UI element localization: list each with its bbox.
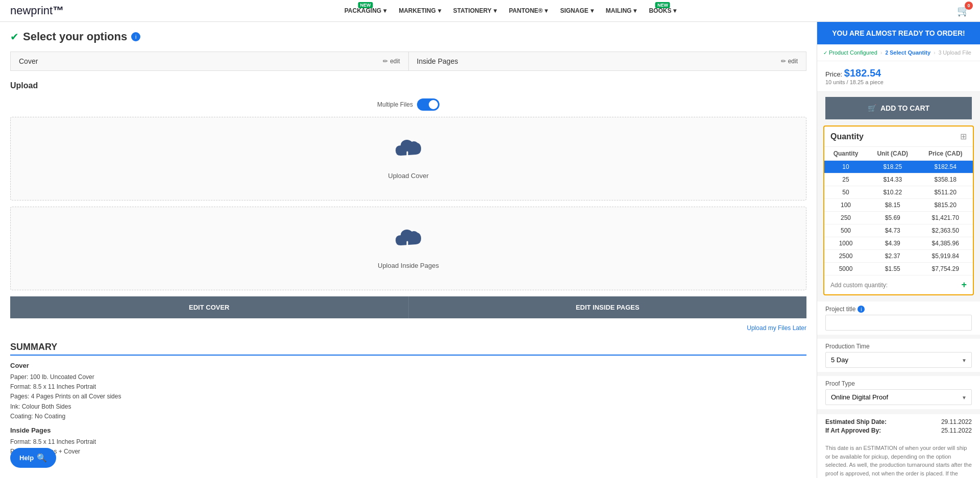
page-title: Select your options xyxy=(23,30,127,43)
quantity-row[interactable]: 25$14.33$358.18 xyxy=(824,173,973,186)
price-section: Price: $182.54 10 units / 18.25 a piece xyxy=(817,61,980,92)
quantity-row[interactable]: 2500$2.37$5,919.84 xyxy=(824,250,973,263)
help-search-icon: 🔍 xyxy=(37,453,47,463)
proof-type-label: Proof Type xyxy=(825,380,972,387)
logo-print: print xyxy=(31,4,53,17)
multiple-files-label: Multiple Files xyxy=(377,101,413,108)
summary-cover-format: Format: 8.5 x 11 Inches Portrait xyxy=(10,382,806,392)
summary-cover-title: Cover xyxy=(10,362,806,369)
summary-inside-format: Format: 8.5 x 11 Inches Portrait xyxy=(10,437,806,447)
quantity-row[interactable]: 1000$4.39$4,385.96 xyxy=(824,237,973,250)
tab-inside-label: Inside Pages xyxy=(417,57,458,65)
summary-cover-ink: Ink: Colour Both Sides xyxy=(10,402,806,412)
help-button[interactable]: Help 🔍 xyxy=(10,448,56,468)
summary-inside-pages: Pages: 40 Pages + Cover xyxy=(10,447,806,457)
nav-marketing[interactable]: MARKETING ▾ xyxy=(399,7,441,14)
progress-steps: ✓ Product Configured › 2 Select Quantity… xyxy=(817,44,980,61)
qty-col-header: Quantity xyxy=(824,147,867,161)
production-time-select-wrapper: 5 Day xyxy=(825,352,972,368)
price-value: $182.54 xyxy=(844,67,881,79)
summary-inside-title: Inside Pages xyxy=(10,426,806,434)
cart-button[interactable]: 🛒 0 xyxy=(957,5,970,17)
help-label: Help xyxy=(19,454,34,462)
quantity-title: Quantity xyxy=(830,132,864,141)
art-approved-label: If Art Approved By: xyxy=(825,427,881,434)
nav-stationery[interactable]: STATIONERY ▾ xyxy=(453,7,497,14)
summary-section: SUMMARY Cover Paper: 100 lb. Uncoated Co… xyxy=(10,342,806,457)
right-panel: YOU ARE ALMOST READY TO ORDER! ✓ Product… xyxy=(817,22,980,478)
upload-inside-label: Upload Inside Pages xyxy=(378,262,439,269)
tab-inside-pages[interactable]: Inside Pages ✏ edit xyxy=(409,52,806,70)
step-product-configured: ✓ Product Configured xyxy=(823,49,877,56)
production-time-select[interactable]: 5 Day xyxy=(825,352,972,368)
header: newprint™ NEW PACKAGING ▾ MARKETING ▾ ST… xyxy=(0,0,980,22)
project-title-info-icon[interactable]: i xyxy=(857,306,865,313)
step2-label: Select Quantity xyxy=(890,49,930,56)
upload-title: Upload xyxy=(10,81,806,90)
quantity-row[interactable]: 250$5.69$1,421.70 xyxy=(824,212,973,224)
proof-type-section: Proof Type Online Digital Proof xyxy=(817,376,980,409)
upload-later-link[interactable]: Upload my Files Later xyxy=(10,324,806,332)
production-time-section: Production Time 5 Day xyxy=(817,339,980,372)
nav-packaging[interactable]: NEW PACKAGING ▾ xyxy=(345,7,386,14)
upload-inside-area[interactable]: Upload Inside Pages xyxy=(10,207,806,290)
multiple-files-toggle[interactable] xyxy=(417,98,439,111)
quantity-row[interactable]: 10$18.25$182.54 xyxy=(824,161,973,173)
order-banner: YOU ARE ALMOST READY TO ORDER! xyxy=(817,22,980,44)
project-title-label: Project title i xyxy=(825,306,972,313)
summary-title: SUMMARY xyxy=(10,342,806,356)
cart-count: 0 xyxy=(965,2,973,10)
price-sub: 10 units / 18.25 a piece xyxy=(825,79,972,85)
unit-col-header: Unit (CAD) xyxy=(867,147,918,161)
tab-cover-label: Cover xyxy=(19,57,38,65)
tab-inside-edit[interactable]: ✏ edit xyxy=(781,58,798,65)
grid-icon: ⊞ xyxy=(960,132,967,141)
summary-cover-paper: Paper: 100 lb. Uncoated Cover xyxy=(10,372,806,382)
add-to-cart-label: ADD TO CART xyxy=(880,104,929,112)
quantity-row[interactable]: 50$10.22$511.20 xyxy=(824,186,973,199)
tabs: Cover ✏ edit Inside Pages ✏ edit xyxy=(10,52,806,71)
nav-signage[interactable]: SIGNAGE ▾ xyxy=(560,7,593,14)
proof-type-select[interactable]: Online Digital Proof xyxy=(825,389,972,405)
logo[interactable]: newprint™ xyxy=(10,4,64,17)
multiple-files-row: Multiple Files xyxy=(10,98,806,111)
step-select-quantity: 2 Select Quantity xyxy=(885,49,930,56)
nav-mailing[interactable]: MAILING ▾ xyxy=(606,7,637,14)
toggle-knob xyxy=(429,100,438,109)
summary-cover-pages: Pages: 4 Pages Prints on all Cover sides xyxy=(10,392,806,401)
step-upload-file: 3 Upload File xyxy=(939,49,971,56)
add-custom-qty-button[interactable]: + xyxy=(961,280,967,290)
project-title-input[interactable] xyxy=(825,315,972,331)
nav-pantone[interactable]: PANTONE® ▾ xyxy=(509,7,548,14)
left-panel: ✔ Select your options i Cover ✏ edit Ins… xyxy=(0,22,817,478)
upload-cover-area[interactable]: Upload Cover xyxy=(10,117,806,200)
art-approved-value: 25.11.2022 xyxy=(941,427,972,434)
quantity-row[interactable]: 500$4.73$2,363.50 xyxy=(824,224,973,237)
cloud-upload-cover-icon xyxy=(388,138,429,168)
badge-new-books: NEW xyxy=(655,2,670,8)
upload-section: Upload Multiple Files Upload xyxy=(10,81,806,332)
edit-inside-button[interactable]: EDIT INSIDE PAGES xyxy=(409,296,807,318)
quantity-row[interactable]: 100$8.15$815.20 xyxy=(824,199,973,212)
upload-cover-label: Upload Cover xyxy=(388,172,429,180)
ship-date-value: 29.11.2022 xyxy=(941,418,972,425)
tab-cover[interactable]: Cover ✏ edit xyxy=(11,52,409,70)
badge-new-packaging: NEW xyxy=(358,2,373,8)
add-to-cart-button[interactable]: 🛒 ADD TO CART xyxy=(825,97,972,119)
quantity-table: Quantity Unit (CAD) Price (CAD) 10$18.25… xyxy=(824,147,973,275)
logo-new: new xyxy=(10,4,31,17)
main-container: ✔ Select your options i Cover ✏ edit Ins… xyxy=(0,22,980,478)
price-col-header: Price (CAD) xyxy=(918,147,973,161)
step3-label: Upload File xyxy=(943,49,971,56)
proof-type-select-wrapper: Online Digital Proof xyxy=(825,389,972,405)
edit-cover-button[interactable]: EDIT COVER xyxy=(10,296,409,318)
edit-buttons: EDIT COVER EDIT INSIDE PAGES xyxy=(10,296,806,318)
quantity-panel: Quantity ⊞ Quantity Unit (CAD) Price (CA… xyxy=(823,125,974,295)
main-nav: NEW PACKAGING ▾ MARKETING ▾ STATIONERY ▾… xyxy=(345,7,677,14)
tab-cover-edit[interactable]: ✏ edit xyxy=(383,58,400,65)
nav-books[interactable]: NEW BOOKS ▾ xyxy=(649,7,676,14)
quantity-row[interactable]: 5000$1.55$7,754.29 xyxy=(824,263,973,275)
page-title-row: ✔ Select your options i xyxy=(10,30,806,43)
ship-date-label: Estimated Ship Date: xyxy=(825,418,887,425)
info-icon[interactable]: i xyxy=(131,32,140,41)
